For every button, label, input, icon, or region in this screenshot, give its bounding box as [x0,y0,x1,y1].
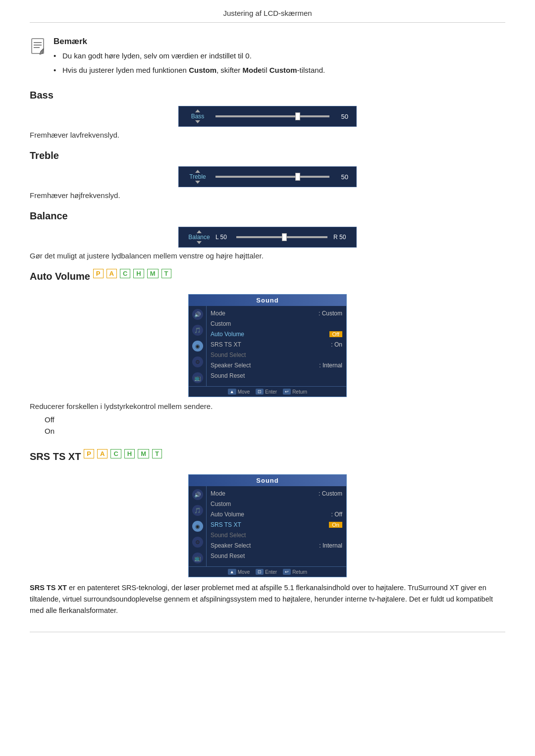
srs-menu-rows: Mode : Custom Custom Auto Volume : Off [207,486,346,566]
bass-slider-box: Bass 50 [178,106,357,127]
treble-value: 50 [336,173,348,181]
srs-menu-title: Sound [189,475,346,486]
auto-volume-menu: Sound 🔊 🎵 ◉ ⚙ 📺 Mode : Custom [188,294,347,397]
menu-icon-1: 🔊 [192,309,203,320]
treble-title: Treble [30,150,505,161]
bass-label: Bass [187,113,209,120]
page-header: Justering af LCD-skærmen [30,0,505,23]
balance-desc: Gør det muligt at justere lydbalancen me… [30,252,505,260]
srs-menu-wrapper: Sound 🔊 🎵 ◉ ⚙ 📺 Mode : Custom [30,474,505,577]
bass-thumb [295,112,300,120]
srs-menu-row-mode: Mode : Custom [211,489,342,498]
srs-badge-a: A [97,449,107,458]
srs-menu-row-sound-reset: Sound Reset [211,552,342,560]
menu-icon-4: ⚙ [192,356,203,367]
balance-arrow-up [197,230,202,233]
treble-arrows: Treble [187,170,209,184]
srs-menu-icons: 🔊 🎵 ◉ ⚙ 📺 [189,486,207,566]
srs-badge-h: H [124,449,135,458]
bass-title: Bass [30,90,505,101]
menu-icon-3: ◉ [192,341,203,352]
auto-volume-menu-icons: 🔊 🎵 ◉ ⚙ 📺 [189,306,207,386]
bass-slider-container: Bass 50 [30,106,505,127]
auto-volume-section: Auto Volume P A C H M T Sound 🔊 🎵 ◉ ⚙ 📺 [30,260,505,435]
srs-menu-row-srs: SRS TS XT On [211,520,342,529]
srs-footer-move: ▲ Move [228,569,250,575]
srs-menu-icon-2: 🎵 [192,505,203,516]
balance-arrows: Balance [187,230,212,244]
balance-track [236,236,327,238]
bass-section: Bass Bass 50 Fremhæver lavfrekvenslyd. [30,90,505,139]
srs-badge-p: P [84,449,94,458]
note-icon [30,38,48,55]
balance-arrow-down [197,241,202,244]
srs-menu-icon-3: ◉ [192,521,203,532]
balance-title: Balance [30,210,505,222]
bass-value: 50 [336,113,348,120]
bass-arrows: Bass [187,109,209,123]
auto-volume-options: Off On [45,415,505,435]
treble-desc: Fremhæver højfrekvenslyd. [30,191,505,200]
footer-move: ▲ Move [228,389,250,395]
note-section: Bemærk Du kan godt høre lyden, selv om v… [30,37,505,79]
treble-arrow-down [195,181,200,184]
srs-menu-icon-4: ⚙ [192,537,203,548]
treble-slider-box: Treble 50 [178,166,357,187]
srs-footer-enter: ⊡ Enter [256,569,277,575]
footer-enter: ⊡ Enter [256,389,277,395]
auto-volume-option-1: Off [45,415,505,424]
balance-right-label: R 50 [333,234,348,241]
treble-track [215,176,329,178]
srs-badge-m: M [138,449,149,458]
auto-volume-menu-rows: Mode : Custom Custom Auto Volume Off [207,306,346,386]
auto-volume-menu-body: 🔊 🎵 ◉ ⚙ 📺 Mode : Custom Custom [189,306,346,386]
srs-menu-body: 🔊 🎵 ◉ ⚙ 📺 Mode : Custom Custom [189,486,346,566]
treble-section: Treble Treble 50 Fremhæver højfrekvensly… [30,150,505,200]
badge-c: C [120,269,130,278]
badge-m: M [147,269,159,278]
srs-menu-row-speaker-select: Speaker Select : Internal [211,541,342,550]
auto-volume-desc: Reducerer forskellen i lydstyrkekontrol … [30,402,505,410]
badge-t: T [161,269,171,278]
srs-menu: Sound 🔊 🎵 ◉ ⚙ 📺 Mode : Custom [188,474,347,577]
treble-label: Treble [187,173,209,180]
balance-section: Balance Balance L 50 R 50 Gør det muligt… [30,210,505,260]
menu-row-custom: Custom [211,319,342,328]
treble-arrow-up [195,170,200,173]
srs-menu-row-auto-volume: Auto Volume : Off [211,510,342,519]
menu-row-mode: Mode : Custom [211,309,342,318]
footer-return: ↩ Return [283,389,307,395]
auto-volume-menu-wrapper: Sound 🔊 🎵 ◉ ⚙ 📺 Mode : Custom [30,294,505,397]
srs-ts-xt-section: SRS TS XT P A C H M T Sound 🔊 🎵 ◉ ⚙ 📺 [30,440,505,617]
balance-slider-box: Balance L 50 R 50 [178,227,357,248]
srs-title: SRS TS XT [30,451,81,462]
auto-volume-title-row: Auto Volume P A C H M T [30,260,505,287]
srs-menu-icon-5: 📺 [192,553,203,563]
note-item-2: Hvis du justerer lyden med funktionen Cu… [54,65,505,76]
badge-p: P [93,269,104,278]
srs-badge-c: C [110,449,121,458]
balance-left-label: L 50 [215,234,230,241]
srs-footer-return: ↩ Return [283,569,307,575]
srs-title-row: SRS TS XT P A C H M T [30,440,505,467]
auto-volume-menu-title: Sound [189,295,346,306]
badge-a: A [107,269,117,278]
balance-slider-container: Balance L 50 R 50 [30,227,505,248]
srs-menu-row-custom: Custom [211,500,342,508]
treble-slider-container: Treble 50 [30,166,505,187]
bass-arrow-down [195,120,200,123]
balance-label: Balance [187,234,212,241]
auto-volume-option-2: On [45,427,505,435]
bass-desc: Fremhæver lavfrekvenslyd. [30,131,505,139]
auto-volume-title: Auto Volume [30,271,90,282]
menu-row-sound-select: Sound Select [211,351,342,359]
srs-menu-footer: ▲ Move ⊡ Enter ↩ Return [189,566,346,577]
menu-row-auto-volume: Auto Volume Off [211,330,342,339]
srs-badge-t: T [152,449,162,458]
srs-menu-row-sound-select: Sound Select [211,531,342,540]
bass-arrow-up [195,109,200,112]
srs-desc: SRS TS XT er en patenteret SRS-teknologi… [30,582,505,617]
note-item-1: Du kan godt høre lyden, selv om værdien … [54,50,505,62]
badge-h: H [133,269,144,278]
note-content: Bemærk Du kan godt høre lyden, selv om v… [54,37,505,79]
